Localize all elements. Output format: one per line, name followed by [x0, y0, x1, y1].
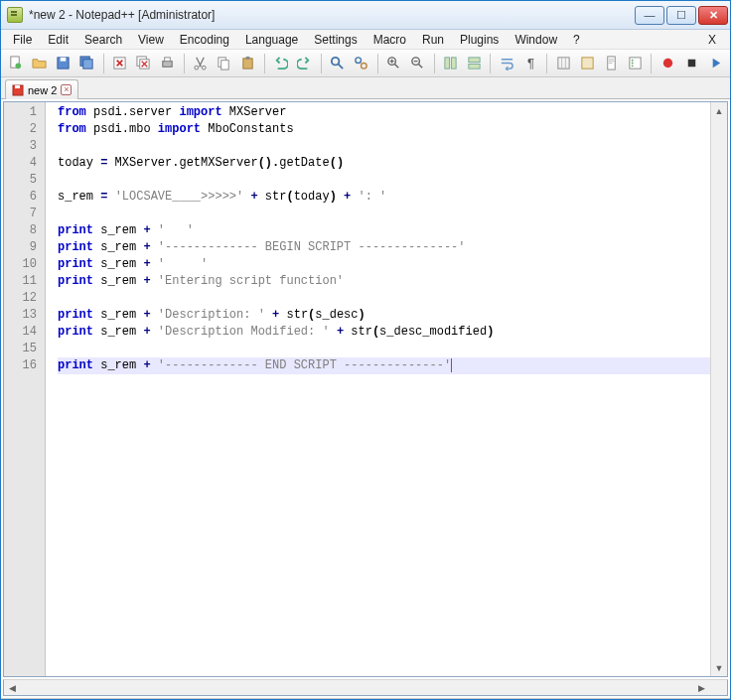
svg-point-12 [203, 66, 207, 70]
menu-macro[interactable]: Macro [366, 31, 414, 49]
save-icon[interactable] [53, 53, 74, 74]
indent-guide-icon[interactable] [552, 53, 574, 74]
unsaved-icon [12, 84, 24, 96]
line-number: 5 [4, 172, 45, 189]
cut-icon[interactable] [190, 53, 212, 74]
menu-language[interactable]: Language [237, 31, 306, 49]
horizontal-scrollbar[interactable]: ◀ ▶ [3, 679, 728, 696]
svg-rect-9 [163, 62, 172, 68]
function-list-icon[interactable] [624, 53, 646, 74]
scroll-down-icon[interactable]: ▼ [711, 659, 727, 676]
line-number: 13 [4, 307, 45, 324]
undo-icon[interactable] [270, 53, 292, 74]
svg-point-31 [632, 63, 634, 65]
scroll-up-icon[interactable]: ▲ [711, 102, 727, 119]
title-bar: *new 2 - Notepad++ [Administrator] — ☐ ✕ [1, 1, 730, 30]
text-caret [451, 358, 452, 372]
new-file-icon[interactable] [5, 53, 27, 74]
svg-rect-14 [221, 61, 229, 70]
menu-help[interactable]: ? [565, 31, 588, 49]
vertical-scrollbar[interactable]: ▲ ▼ [710, 102, 727, 676]
menu-edit[interactable]: Edit [40, 31, 76, 49]
toolbar-sep [103, 54, 104, 73]
scroll-right-icon[interactable]: ▶ [693, 680, 710, 695]
svg-point-1 [16, 64, 22, 70]
find-icon[interactable] [327, 53, 349, 74]
line-number: 7 [4, 206, 45, 222]
line-number: 2 [4, 121, 45, 138]
maximize-button[interactable]: ☐ [666, 6, 696, 25]
redo-icon[interactable] [294, 53, 316, 74]
svg-rect-16 [246, 57, 250, 60]
line-number: 1 [4, 104, 45, 121]
menu-run[interactable]: Run [414, 31, 452, 49]
record-macro-icon[interactable] [657, 53, 678, 74]
menu-settings[interactable]: Settings [306, 31, 365, 49]
toolbar: ¶ [1, 50, 730, 77]
toolbar-sep [546, 54, 547, 73]
sync-v-icon[interactable] [440, 53, 462, 74]
close-all-icon[interactable] [133, 53, 155, 74]
toolbar-sep [377, 54, 378, 73]
svg-rect-29 [630, 58, 641, 69]
toolbar-sep [651, 54, 652, 73]
menu-file[interactable]: File [5, 31, 40, 49]
editor: 1 2 3 4 5 6 7 8 9 10 11 12 13 14 15 16 f… [3, 101, 728, 677]
line-number: 12 [4, 290, 45, 307]
svg-rect-34 [687, 60, 695, 68]
svg-rect-24 [469, 58, 480, 63]
replace-icon[interactable] [351, 53, 372, 74]
line-number-gutter: 1 2 3 4 5 6 7 8 9 10 11 12 13 14 15 16 [4, 102, 46, 676]
paste-icon[interactable] [237, 53, 259, 74]
close-file-icon[interactable] [109, 53, 131, 74]
minimize-button[interactable]: — [635, 6, 664, 25]
tab-close-icon[interactable]: × [61, 84, 72, 95]
scroll-track[interactable] [21, 680, 693, 695]
menu-window[interactable]: Window [507, 31, 565, 49]
user-lang-icon[interactable] [576, 53, 598, 74]
tab-new-2[interactable]: new 2 × [5, 79, 78, 99]
line-number: 8 [4, 222, 45, 239]
scroll-track[interactable] [711, 119, 727, 659]
print-icon[interactable] [157, 53, 179, 74]
menu-plugins[interactable]: Plugins [452, 31, 507, 49]
window-controls: — ☐ ✕ [633, 6, 728, 25]
tab-bar: new 2 × [1, 77, 730, 99]
open-file-icon[interactable] [29, 53, 51, 74]
line-number: 14 [4, 324, 45, 341]
svg-point-18 [356, 58, 362, 64]
line-number: 16 [4, 357, 45, 374]
svg-point-30 [632, 60, 634, 62]
close-button[interactable]: ✕ [698, 6, 728, 25]
svg-rect-26 [558, 58, 569, 69]
menu-search[interactable]: Search [76, 31, 130, 49]
sync-h-icon[interactable] [463, 53, 485, 74]
show-all-chars-icon[interactable]: ¶ [519, 53, 541, 74]
copy-icon[interactable] [214, 53, 235, 74]
line-number: 3 [4, 138, 45, 155]
svg-rect-5 [83, 60, 92, 69]
code-area[interactable]: from psdi.server import MXServer from ps… [46, 102, 710, 676]
scroll-left-icon[interactable]: ◀ [4, 680, 21, 695]
app-icon [7, 7, 23, 23]
toolbar-sep [490, 54, 491, 73]
zoom-out-icon[interactable] [407, 53, 429, 74]
stop-macro-icon[interactable] [680, 53, 702, 74]
svg-point-32 [632, 65, 634, 67]
menu-encoding[interactable]: Encoding [172, 31, 237, 49]
scroll-corner [710, 680, 727, 695]
menu-bar: File Edit Search View Encoding Language … [1, 30, 730, 50]
menu-close-x[interactable]: X [698, 33, 726, 47]
toolbar-sep [184, 54, 185, 73]
save-all-icon[interactable] [76, 53, 98, 74]
wrap-icon[interactable] [496, 53, 517, 74]
svg-point-33 [663, 59, 672, 68]
toolbar-sep [434, 54, 435, 73]
zoom-in-icon[interactable] [383, 53, 405, 74]
play-macro-icon[interactable] [704, 53, 726, 74]
menu-view[interactable]: View [130, 31, 172, 49]
svg-rect-25 [469, 64, 480, 69]
doc-map-icon[interactable] [600, 53, 622, 74]
line-number: 4 [4, 155, 45, 172]
line-number: 15 [4, 341, 45, 357]
